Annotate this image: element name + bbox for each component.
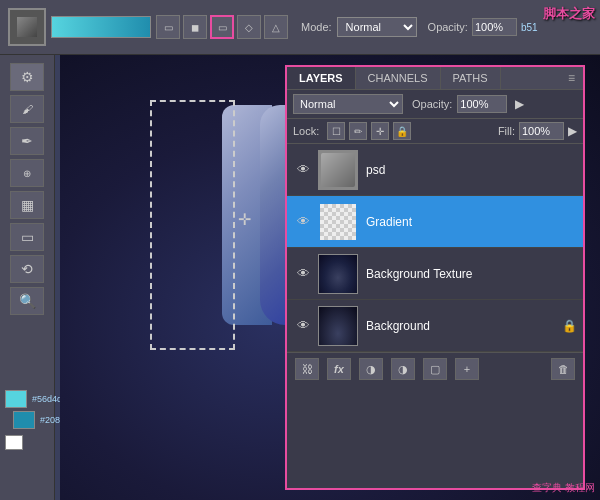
layer-name-gradient: Gradient: [366, 215, 577, 229]
fill-arrow[interactable]: ▶: [568, 124, 577, 138]
mode-label: Mode:: [301, 21, 332, 33]
tab-channels[interactable]: CHANNELS: [356, 67, 441, 89]
opacity-arrow[interactable]: ▶: [515, 97, 524, 111]
left-toolbar: ⚙ 🖌 ✒ ⊕ ▦ ▭ ⟲ 🔍 #56d4df #208dad: [0, 55, 55, 500]
layer-eye-psd[interactable]: 👁: [293, 160, 313, 180]
tab-layers[interactable]: LAYERS: [287, 67, 356, 89]
swap-colors[interactable]: [5, 435, 23, 450]
layer-row-background[interactable]: 👁 Background 🔒: [287, 300, 583, 352]
lock-position-btn[interactable]: ✛: [371, 122, 389, 140]
layer-thumb-bg-texture: [318, 254, 358, 294]
fill-label: Fill:: [498, 125, 515, 137]
layer-row-bg-texture[interactable]: 👁 Background Texture: [287, 248, 583, 300]
lock-label: Lock:: [293, 125, 319, 137]
opacity-label-panel: Opacity:: [412, 98, 452, 110]
layer-name-background: Background: [366, 319, 562, 333]
blend-mode-select[interactable]: Normal: [293, 94, 403, 114]
layer-thumb-psd: [318, 150, 358, 190]
layer-eye-bg-texture[interactable]: 👁: [293, 264, 313, 284]
style-buttons: ▭ ◼ ▭ ◇ △: [156, 15, 288, 39]
tool-zoom[interactable]: 🔍: [10, 287, 44, 315]
panel-tabs: LAYERS CHANNELS PATHS ≡: [287, 67, 583, 90]
tab-paths[interactable]: PATHS: [441, 67, 501, 89]
style-btn-3[interactable]: ▭: [210, 15, 234, 39]
fx-btn[interactable]: fx: [327, 358, 351, 380]
layer-name-psd: psd: [366, 163, 577, 177]
tool-clone[interactable]: ⊕: [10, 159, 44, 187]
tool-preview: [8, 8, 46, 46]
fill-value[interactable]: [519, 122, 564, 140]
tool-brush[interactable]: 🖌: [10, 95, 44, 123]
layers-panel: LAYERS CHANNELS PATHS ≡ Normal Opacity: …: [285, 65, 585, 490]
new-group-btn[interactable]: ▢: [423, 358, 447, 380]
tool-rect[interactable]: ▭: [10, 223, 44, 251]
mode-section: Mode: Normal: [301, 17, 417, 37]
layers-list: 👁 psd 👁 Gradient 👁 Background Texture 👁 …: [287, 144, 583, 352]
layer-locked-icon: 🔒: [562, 319, 577, 333]
layer-name-bg-texture: Background Texture: [366, 267, 577, 281]
move-cursor-icon: ✛: [238, 210, 251, 229]
tool-pen[interactable]: ✒: [10, 127, 44, 155]
link-layers-btn[interactable]: ⛓: [295, 358, 319, 380]
gradient-picker[interactable]: [51, 16, 151, 38]
opacity-input[interactable]: [472, 18, 517, 36]
delete-layer-btn[interactable]: 🗑: [551, 358, 575, 380]
mode-select[interactable]: Normal: [337, 17, 417, 37]
layer-eye-gradient[interactable]: 👁: [293, 212, 313, 232]
style-btn-5[interactable]: △: [264, 15, 288, 39]
opacity-section: Opacity: b51: [428, 18, 538, 36]
tool-settings[interactable]: ⚙: [10, 63, 44, 91]
lock-transparent-btn[interactable]: ☐: [327, 122, 345, 140]
panel-bottom: ⛓ fx ◑ ◑ ▢ + 🗑: [287, 352, 583, 385]
opacity-value-panel[interactable]: [457, 95, 507, 113]
watermark-bottom: 查字典 教程网: [532, 481, 595, 495]
layer-thumb-gradient: [318, 202, 358, 242]
extra-info: b51: [521, 22, 538, 33]
layer-eye-background[interactable]: 👁: [293, 316, 313, 336]
background-swatch[interactable]: [13, 411, 35, 429]
tool-transform[interactable]: ⟲: [10, 255, 44, 283]
layer-thumb-background: [318, 306, 358, 346]
adjustment-btn[interactable]: ◑: [391, 358, 415, 380]
new-layer-btn[interactable]: +: [455, 358, 479, 380]
top-toolbar: ▭ ◼ ▭ ◇ △ Mode: Normal Opacity: b51: [0, 0, 600, 55]
mask-btn[interactable]: ◑: [359, 358, 383, 380]
tool-gradient-tool[interactable]: ▦: [10, 191, 44, 219]
panel-menu-icon[interactable]: ≡: [568, 71, 575, 85]
blend-mode-row: Normal Opacity: ▶: [287, 90, 583, 119]
watermark-top: 脚本之家: [543, 5, 595, 23]
foreground-swatch[interactable]: [5, 390, 27, 408]
lock-image-btn[interactable]: ✏: [349, 122, 367, 140]
layer-row-psd[interactable]: 👁 psd: [287, 144, 583, 196]
opacity-label: Opacity:: [428, 21, 468, 33]
style-btn-4[interactable]: ◇: [237, 15, 261, 39]
style-btn-1[interactable]: ▭: [156, 15, 180, 39]
fill-section: Fill: ▶: [498, 122, 577, 140]
lock-row: Lock: ☐ ✏ ✛ 🔒 Fill: ▶: [287, 119, 583, 144]
lock-all-btn[interactable]: 🔒: [393, 122, 411, 140]
style-btn-2[interactable]: ◼: [183, 15, 207, 39]
layer-row-gradient[interactable]: 👁 Gradient: [287, 196, 583, 248]
